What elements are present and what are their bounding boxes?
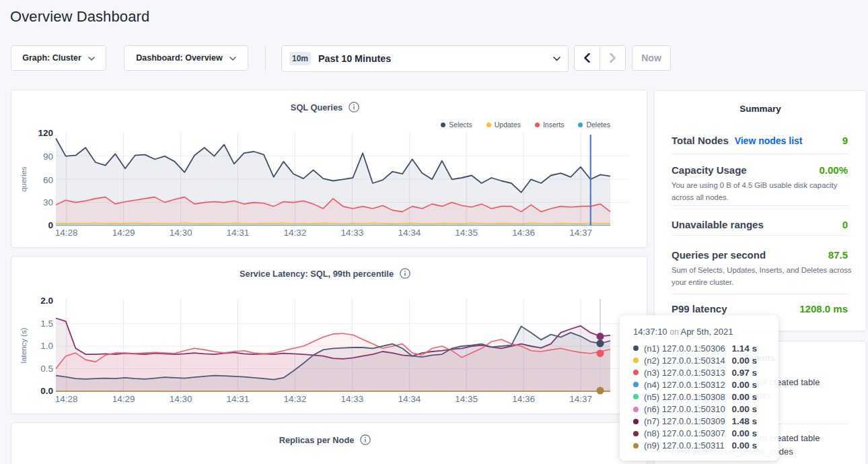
svg-text:14:32: 14:32 xyxy=(284,228,307,238)
svg-text:60: 60 xyxy=(43,175,53,185)
svg-text:1.5: 1.5 xyxy=(40,319,53,329)
svg-text:14:32: 14:32 xyxy=(284,394,307,404)
svg-text:14:37: 14:37 xyxy=(569,228,592,238)
svg-text:0.0: 0.0 xyxy=(40,386,53,396)
svg-text:1.0: 1.0 xyxy=(40,341,53,351)
svg-text:14:31: 14:31 xyxy=(227,394,250,404)
svg-text:14:30: 14:30 xyxy=(170,394,192,404)
svg-text:14:34: 14:34 xyxy=(398,228,421,238)
svg-text:14:31: 14:31 xyxy=(227,228,250,238)
svg-text:14:36: 14:36 xyxy=(512,228,535,238)
svg-text:90: 90 xyxy=(43,152,53,162)
svg-text:0.5: 0.5 xyxy=(40,364,53,374)
svg-text:14:35: 14:35 xyxy=(455,228,478,238)
svg-text:latency (s): latency (s) xyxy=(20,327,28,363)
svg-text:2.0: 2.0 xyxy=(40,296,53,306)
svg-text:14:36: 14:36 xyxy=(512,394,535,404)
svg-text:14:33: 14:33 xyxy=(341,228,364,238)
svg-text:14:29: 14:29 xyxy=(112,228,135,238)
svg-text:14:28: 14:28 xyxy=(55,228,78,238)
svg-text:30: 30 xyxy=(43,197,53,207)
svg-text:queries: queries xyxy=(20,166,28,192)
svg-text:14:35: 14:35 xyxy=(455,394,478,404)
svg-text:14:29: 14:29 xyxy=(112,394,135,404)
svg-text:14:30: 14:30 xyxy=(170,228,192,238)
svg-text:14:28: 14:28 xyxy=(55,394,78,404)
svg-text:120: 120 xyxy=(38,128,53,138)
svg-text:14:34: 14:34 xyxy=(398,394,421,404)
svg-text:14:33: 14:33 xyxy=(341,394,364,404)
svg-text:0: 0 xyxy=(48,220,53,230)
svg-text:14:37: 14:37 xyxy=(569,394,592,404)
